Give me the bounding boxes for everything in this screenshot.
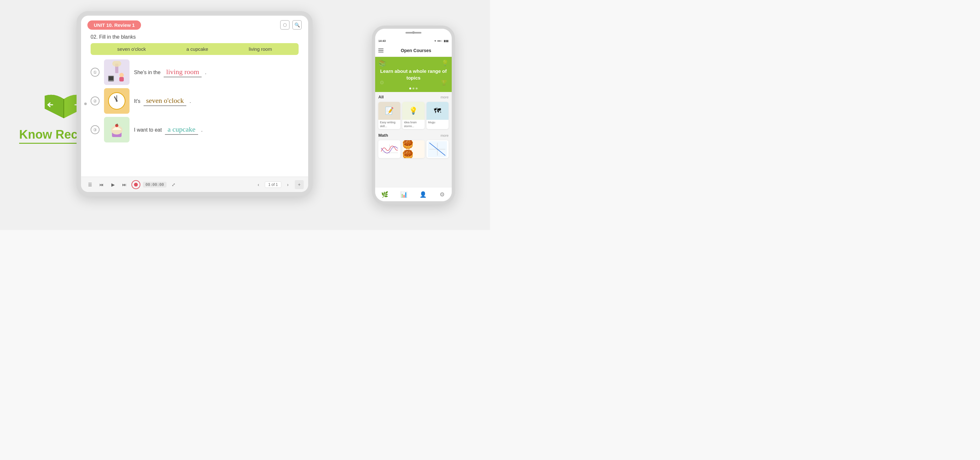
page-nav: ‹ 1 of 1 › bbox=[254, 180, 292, 189]
row-sentence-1: She's in the living room . bbox=[134, 67, 299, 77]
math-card-pies-img: 🥮🥮 bbox=[402, 140, 424, 158]
tablet-toolbar: ☰ ⏮ ▶ ⏭ 00:00:00 ⤢ ‹ 1 of 1 › ＋ bbox=[81, 177, 308, 192]
expand-btn[interactable]: ⤢ bbox=[169, 180, 178, 189]
row-sentence-2: It's seven o'clock . bbox=[134, 96, 299, 106]
card-brain[interactable]: 💡 Idea brain stormi... bbox=[402, 102, 424, 129]
search-icon-btn[interactable]: 🔍 bbox=[292, 20, 302, 30]
period-3: . bbox=[201, 127, 202, 133]
sentence-text-2: It's bbox=[134, 98, 140, 104]
hero-dot-1[interactable] bbox=[409, 88, 411, 89]
phone-hero-banner[interactable]: 📚 💡 ⚙ 🏆 Learn about a whole range of top… bbox=[375, 57, 452, 92]
row-image-3 bbox=[104, 117, 129, 142]
math-card-graph-img bbox=[379, 140, 400, 158]
hamburger-line-2 bbox=[379, 50, 383, 51]
nav-profile-btn[interactable]: 👤 bbox=[417, 188, 430, 201]
prev-page-btn[interactable]: ‹ bbox=[254, 180, 263, 189]
math-section-header: Math more bbox=[379, 133, 449, 138]
all-cards-row: 📝 Easy writing skill... 💡 Idea brain sto… bbox=[379, 102, 449, 129]
cube-icon-btn[interactable]: ⬡ bbox=[280, 20, 290, 30]
phone: 14:43 ▾ ●●○ ▮▮▮ Open Courses 📚 bbox=[372, 26, 455, 204]
row-image-1 bbox=[104, 59, 129, 85]
tablet: UNIT 10. Review 1 ⬡ 🔍 02. Fill in the bl… bbox=[76, 11, 313, 196]
card-map-label: Mugu bbox=[426, 120, 449, 126]
math-card-graph[interactable] bbox=[379, 140, 400, 158]
phone-notch-area bbox=[375, 29, 452, 38]
all-section-title: All bbox=[379, 94, 384, 99]
record-btn[interactable] bbox=[131, 180, 140, 189]
record-dot bbox=[134, 183, 138, 187]
phone-hero-text: Learn about a whole range of topics bbox=[380, 68, 447, 81]
battery-icon: ▮▮▮ bbox=[444, 39, 449, 43]
exercise-row-1: ① bbox=[91, 59, 299, 85]
math-card-extra[interactable] bbox=[426, 140, 449, 158]
sentence-text-3: I want to eat bbox=[134, 127, 162, 133]
phone-screen: Open Courses 📚 💡 ⚙ 🏆 Learn about a whole… bbox=[375, 44, 452, 201]
phone-hero-dots bbox=[409, 88, 418, 89]
period-1: . bbox=[205, 70, 206, 75]
hero-deco-2: 💡 bbox=[442, 59, 449, 66]
tablet-header-icons: ⬡ 🔍 bbox=[280, 20, 302, 30]
page-info: 1 of 1 bbox=[265, 181, 282, 188]
skip-back-btn[interactable]: ⏮ bbox=[97, 180, 106, 189]
answer-3: a cupcake bbox=[165, 125, 198, 135]
all-section-more[interactable]: more bbox=[441, 95, 449, 99]
skip-forward-btn[interactable]: ⏭ bbox=[120, 180, 129, 189]
fill-blanks-label: 02. Fill in the blanks bbox=[91, 34, 299, 40]
hero-deco-1: 📚 bbox=[379, 59, 386, 67]
word-bank-item-1: seven o'clock bbox=[118, 46, 146, 52]
card-writing[interactable]: 📝 Easy writing skill... bbox=[379, 102, 400, 129]
exercise-row-2: ② It's seven bbox=[91, 88, 299, 114]
exercise-row-3: ③ bbox=[91, 117, 299, 142]
svg-point-4 bbox=[119, 73, 124, 77]
hamburger-line-1 bbox=[379, 49, 383, 49]
signal-icon: ●●○ bbox=[438, 39, 442, 43]
play-btn[interactable]: ▶ bbox=[108, 180, 118, 189]
phone-nav-title: Open Courses bbox=[383, 48, 449, 53]
nav-stats-btn[interactable]: 📊 bbox=[398, 188, 410, 201]
svg-rect-5 bbox=[119, 77, 124, 81]
answer-2: seven o'clock bbox=[143, 96, 186, 106]
period-2: . bbox=[189, 98, 191, 104]
hamburger-menu-btn[interactable] bbox=[379, 49, 383, 53]
answer-1: living room bbox=[164, 67, 202, 77]
row-image-2 bbox=[104, 88, 129, 114]
row-sentence-3: I want to eat a cupcake . bbox=[134, 125, 299, 135]
svg-rect-7 bbox=[109, 76, 113, 80]
card-writing-label: Easy writing skill... bbox=[379, 120, 400, 129]
list-icon-btn[interactable]: ☰ bbox=[86, 180, 94, 189]
math-section-more[interactable]: more bbox=[441, 134, 449, 137]
tablet-camera bbox=[84, 102, 87, 105]
phone-bottom-nav: 🌿 📊 👤 ⚙ bbox=[375, 187, 452, 201]
row-num-2: ② bbox=[91, 96, 100, 105]
status-time: 14:43 bbox=[379, 39, 386, 43]
tablet-header: UNIT 10. Review 1 ⬡ 🔍 bbox=[81, 16, 308, 32]
unit-badge: UNIT 10. Review 1 bbox=[88, 21, 141, 30]
status-signals: ▾ ●●○ ▮▮▮ bbox=[434, 39, 449, 43]
card-map-img: 🗺 bbox=[426, 102, 449, 120]
math-card-pies[interactable]: 🥮🥮 bbox=[402, 140, 424, 158]
sentence-text-1: She's in the bbox=[134, 70, 161, 75]
card-brain-label: Idea brain stormi... bbox=[402, 120, 424, 129]
all-section-header: All more bbox=[379, 94, 449, 99]
hero-dot-3[interactable] bbox=[416, 88, 418, 89]
nav-home-btn[interactable]: 🌿 bbox=[379, 188, 391, 201]
scene: Know Recorder UNIT 10. Review 1 ⬡ 🔍 02. … bbox=[0, 0, 490, 230]
phone-nav-bar: Open Courses bbox=[375, 44, 452, 57]
tablet-body: 02. Fill in the blanks seven o'clock a c… bbox=[81, 32, 308, 177]
math-section-title: Math bbox=[379, 133, 388, 138]
word-bank-item-2: a cupcake bbox=[186, 46, 208, 52]
next-page-btn[interactable]: › bbox=[283, 180, 292, 189]
word-bank: seven o'clock a cupcake living room bbox=[91, 43, 299, 55]
word-bank-item-3: living room bbox=[249, 46, 272, 52]
math-card-extra-img bbox=[426, 140, 449, 158]
hamburger-line-3 bbox=[379, 52, 383, 53]
add-page-btn[interactable]: ＋ bbox=[295, 180, 304, 189]
wifi-icon: ▾ bbox=[434, 39, 436, 43]
card-map[interactable]: 🗺 Mugu bbox=[426, 102, 449, 129]
nav-settings-btn[interactable]: ⚙ bbox=[436, 188, 449, 201]
card-brain-img: 💡 bbox=[402, 102, 424, 120]
tablet-screen: UNIT 10. Review 1 ⬡ 🔍 02. Fill in the bl… bbox=[81, 16, 308, 192]
row-num-3: ③ bbox=[91, 125, 100, 134]
phone-content: All more 📝 Easy writing skill... 💡 Idea … bbox=[375, 92, 452, 187]
hero-dot-2[interactable] bbox=[412, 88, 414, 89]
